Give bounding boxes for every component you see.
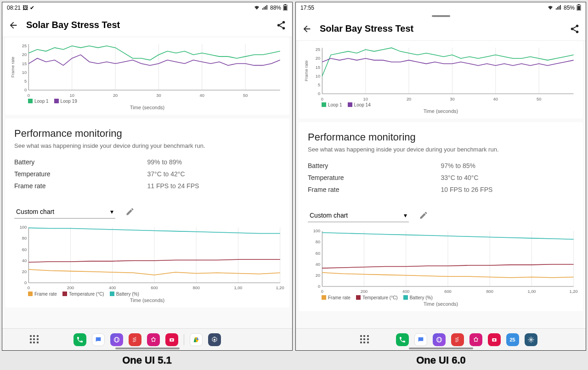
app-bar: Solar Bay Stress Test: [2, 13, 292, 37]
chart-xlabel: Time (seconds): [303, 301, 578, 307]
svg-rect-62: [577, 6, 580, 10]
svg-text:15: 15: [22, 62, 27, 66]
svg-text:30: 30: [450, 97, 454, 101]
app-browser-icon[interactable]: [433, 333, 446, 346]
svg-point-3: [283, 21, 285, 23]
perf-row-framerate: Frame rate10 FPS to 26 FPS: [308, 186, 574, 193]
share-button[interactable]: [569, 23, 580, 34]
svg-point-64: [571, 28, 574, 30]
perf-subtitle: See what was happening inside your devic…: [308, 146, 574, 153]
svg-point-65: [576, 30, 579, 33]
app-camera-icon[interactable]: [165, 333, 178, 346]
nav-handle[interactable]: [409, 348, 473, 349]
svg-text:10: 10: [70, 93, 74, 98]
apps-grid-button[interactable]: [360, 335, 369, 344]
svg-text:20: 20: [316, 273, 320, 278]
app-settings-icon[interactable]: [208, 333, 221, 346]
svg-text:5: 5: [24, 79, 27, 84]
wifi-icon: [254, 5, 260, 11]
svg-text:80: 80: [22, 236, 27, 241]
frame-chart-legend: Loop 1 Loop 14: [303, 102, 578, 107]
status-bar: 08:21 🖼 ✔ 88%: [2, 2, 292, 13]
svg-text:0: 0: [321, 289, 323, 294]
svg-text:20: 20: [22, 269, 27, 274]
svg-text:200: 200: [361, 289, 368, 294]
svg-text:10: 10: [363, 97, 368, 101]
app-gallery-icon[interactable]: [469, 333, 482, 346]
edit-chart-button[interactable]: [418, 210, 429, 221]
back-button[interactable]: [301, 23, 312, 34]
performance-card: Performance monitoring See what was happ…: [299, 122, 583, 311]
svg-point-53: [154, 338, 155, 339]
perf-title: Performance monitoring: [308, 131, 574, 143]
svg-text:5: 5: [318, 83, 320, 87]
app-messages-icon[interactable]: [414, 333, 427, 346]
svg-text:60: 60: [22, 247, 27, 252]
app-freeze-icon[interactable]: [525, 333, 537, 346]
svg-point-116: [474, 338, 475, 339]
phone-right: 17:55 85% Solar Bay Stress Test 01020304…: [295, 2, 586, 351]
svg-text:30: 30: [156, 93, 161, 98]
svg-text:600: 600: [444, 289, 452, 294]
app-todoist-icon[interactable]: [129, 333, 141, 346]
check-notif-icon: ✔: [30, 5, 34, 11]
svg-text:1,20: 1,20: [276, 286, 284, 290]
svg-text:0: 0: [28, 286, 30, 290]
svg-text:50: 50: [537, 97, 541, 101]
app-calendar-icon[interactable]: 25: [506, 333, 519, 346]
svg-text:20: 20: [316, 56, 320, 61]
app-gallery-icon[interactable]: [147, 333, 160, 346]
svg-point-54: [154, 341, 155, 342]
chart-xlabel: Time (seconds): [10, 105, 285, 110]
svg-text:0: 0: [28, 93, 30, 98]
app-todoist-icon[interactable]: [451, 333, 464, 346]
svg-point-50: [115, 337, 118, 342]
svg-text:10: 10: [22, 70, 27, 75]
signal-icon: [555, 5, 562, 11]
svg-text:80: 80: [316, 240, 320, 244]
chevron-down-icon: ▾: [110, 208, 113, 215]
wifi-icon: [547, 5, 554, 11]
svg-text:0: 0: [24, 280, 27, 285]
svg-text:1,00: 1,00: [527, 289, 536, 294]
svg-text:0: 0: [24, 88, 27, 92]
frame-rate-chart-card: 010203040500510152025Frame rate Loop 1 L…: [299, 41, 583, 118]
perf-subtitle: See what was happening inside your devic…: [14, 142, 280, 149]
svg-point-118: [493, 339, 495, 341]
app-browser-icon[interactable]: [110, 333, 123, 346]
svg-point-52: [153, 337, 154, 338]
app-drive-icon[interactable]: [190, 333, 203, 346]
edit-chart-button[interactable]: [124, 206, 136, 217]
perf-row-battery: Battery99% to 89%: [14, 158, 280, 166]
apps-grid-button[interactable]: [30, 335, 39, 344]
app-phone-icon[interactable]: [396, 333, 409, 346]
custom-chart-dropdown[interactable]: Custom chart ▾: [14, 205, 115, 219]
svg-text:15: 15: [316, 65, 320, 70]
custom-chart-dropdown[interactable]: Custom chart ▾: [308, 209, 409, 222]
chevron-down-icon: ▾: [404, 212, 407, 219]
app-phone-icon[interactable]: [74, 333, 86, 346]
gallery-notif-icon: 🖼: [23, 5, 28, 11]
frame-rate-chart-card: 010203040500510152025Frame rate Loop 1 L…: [5, 37, 289, 115]
perf-row-framerate: Frame rate11 FPS to 24 FPS: [14, 182, 280, 190]
svg-text:40: 40: [493, 97, 498, 101]
svg-point-56: [151, 338, 152, 339]
svg-text:0: 0: [321, 97, 323, 101]
svg-point-110: [438, 337, 440, 342]
status-time: 08:21: [7, 5, 21, 11]
svg-point-113: [477, 338, 478, 339]
svg-text:Frame rate: Frame rate: [11, 57, 15, 78]
app-camera-icon[interactable]: [488, 333, 501, 346]
svg-text:60: 60: [316, 251, 320, 256]
frame-chart-legend: Loop 1 Loop 19: [10, 99, 285, 104]
svg-point-109: [436, 337, 441, 342]
perf-row-temperature: Temperature37°C to 42°C: [14, 170, 280, 178]
app-title: Solar Bay Stress Test: [320, 23, 562, 34]
svg-text:25: 25: [22, 44, 27, 48]
app-messages-icon[interactable]: [92, 333, 105, 346]
svg-text:40: 40: [200, 93, 204, 98]
performance-card: Performance monitoring See what was happ…: [5, 118, 289, 308]
share-button[interactable]: [276, 20, 287, 31]
nav-handle[interactable]: [115, 348, 180, 349]
back-button[interactable]: [8, 20, 19, 31]
